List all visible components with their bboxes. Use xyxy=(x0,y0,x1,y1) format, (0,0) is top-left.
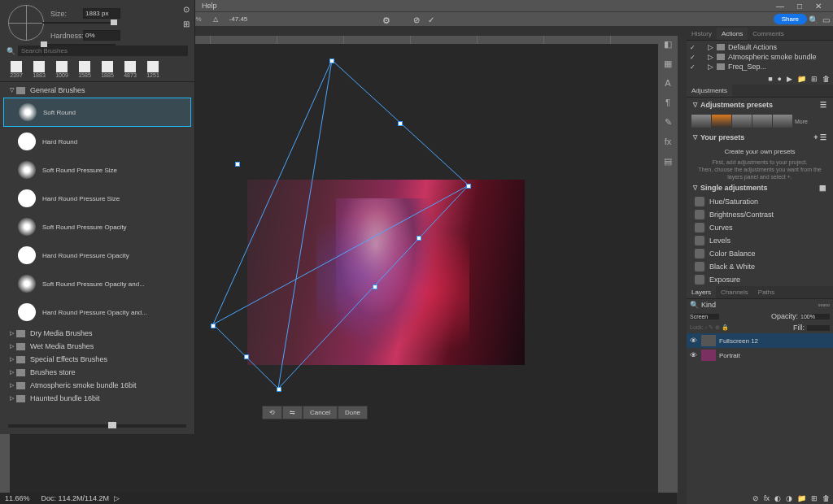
single-adj-header[interactable]: ▽Single adjustments▦ xyxy=(687,180,833,195)
share-button[interactable]: Share xyxy=(774,14,807,24)
folder-sfx[interactable]: ▷Special Effects Brushes xyxy=(3,353,191,366)
stop-icon[interactable]: ■ xyxy=(768,75,772,83)
recent-brush[interactable]: 1009 xyxy=(52,61,72,78)
document-image[interactable] xyxy=(247,180,525,365)
tab-paths[interactable]: Paths xyxy=(753,286,779,298)
status-zoom[interactable]: 11.66% xyxy=(5,494,30,502)
transform-handle[interactable] xyxy=(373,285,377,289)
adj-hue[interactable]: Hue/Saturation xyxy=(687,195,833,208)
done-button[interactable]: Done xyxy=(338,406,368,419)
swatches-icon[interactable]: ▦ xyxy=(662,59,674,70)
filter-kind[interactable]: Kind xyxy=(701,301,716,309)
hardness-slider[interactable] xyxy=(42,44,116,46)
action-row[interactable]: ✓▷Freq_Sep... xyxy=(687,62,833,72)
fill-input[interactable] xyxy=(807,325,830,331)
minimize-icon[interactable]: — xyxy=(776,2,784,11)
transform-handle[interactable] xyxy=(211,324,216,328)
paragraph-icon[interactable]: ¶ xyxy=(662,98,674,109)
patterns-icon[interactable]: ▤ xyxy=(662,156,674,167)
adj-levels[interactable]: Levels xyxy=(687,234,833,247)
warp-icon[interactable]: ⚙ xyxy=(382,15,390,26)
transform-handle[interactable] xyxy=(277,387,281,392)
size-input[interactable] xyxy=(83,8,120,19)
tab-adjustments[interactable]: Adjustments xyxy=(687,85,732,97)
character-icon[interactable]: A xyxy=(662,78,674,89)
recent-brush[interactable]: 4873 xyxy=(120,61,140,78)
panel-settings-icon[interactable]: ⊙ xyxy=(183,5,190,14)
trash-icon[interactable]: 🗑 xyxy=(822,75,830,83)
your-presets-header[interactable]: ▽Your presets+ ☰ xyxy=(687,130,833,145)
flip-button[interactable]: ⇋ xyxy=(282,406,303,419)
tab-actions[interactable]: Actions xyxy=(717,28,748,40)
preset-thumb[interactable] xyxy=(691,115,711,128)
tab-history[interactable]: History xyxy=(687,28,717,40)
brush-item[interactable]: Soft Round Pressure Opacity and... xyxy=(3,270,191,298)
status-doc[interactable]: Doc: 114.2M/114.2M xyxy=(41,494,110,502)
action-row[interactable]: ✓▷Default Actions xyxy=(687,42,833,52)
layer-row[interactable]: 👁 Fullscreen 12 xyxy=(687,333,833,348)
folder-haunted[interactable]: ▷Haunted bundle 16bit xyxy=(3,392,191,405)
folder-store[interactable]: ▷Brushes store xyxy=(3,366,191,379)
recent-brush[interactable]: 1585 xyxy=(75,61,94,78)
workspace-icon[interactable]: ▭ xyxy=(822,15,830,24)
group-icon[interactable]: 📁 xyxy=(797,494,806,502)
menu-help[interactable]: Help xyxy=(202,2,217,10)
cancel-button[interactable]: Cancel xyxy=(303,406,338,419)
list-icon[interactable]: ☰ xyxy=(820,101,826,109)
folder-wet[interactable]: ▷Wet Media Brushes xyxy=(3,340,191,353)
mask-icon[interactable]: ◐ xyxy=(774,494,781,502)
record-icon[interactable]: ● xyxy=(778,75,782,83)
trash-icon[interactable]: 🗑 xyxy=(822,494,830,502)
play-icon[interactable]: ▶ xyxy=(787,75,792,83)
tab-layers[interactable]: Layers xyxy=(687,286,716,298)
brush-hard-round[interactable]: Hard Round xyxy=(3,128,191,155)
visibility-icon[interactable]: 👁 xyxy=(690,337,698,345)
recent-brush[interactable]: 1251 xyxy=(143,61,163,78)
preset-thumb[interactable] xyxy=(712,115,731,128)
action-row[interactable]: ✓▷Atmospheric smoke bundle xyxy=(687,52,833,62)
transform-handle[interactable] xyxy=(466,184,471,189)
brush-item[interactable]: Hard Round Pressure Size xyxy=(3,185,191,212)
grid-icon[interactable]: ▦ xyxy=(819,184,826,192)
new-icon[interactable]: ⊞ xyxy=(811,75,818,83)
opacity-input[interactable] xyxy=(800,314,830,319)
recent-brush[interactable]: 2397 xyxy=(7,61,26,78)
color-icon[interactable]: ◧ xyxy=(662,39,674,50)
preset-thumb[interactable] xyxy=(732,115,752,128)
adj-curves[interactable]: Curves xyxy=(687,221,833,234)
brush-soft-round[interactable]: Soft Round xyxy=(3,98,191,127)
brush-item[interactable]: Soft Round Pressure Size xyxy=(3,156,191,184)
adj-brightness[interactable]: Brightness/Contrast xyxy=(687,208,833,221)
brush-item[interactable]: Hard Round Pressure Opacity and... xyxy=(3,298,191,326)
layer-row[interactable]: 👁 Portrait xyxy=(687,348,833,363)
hardness-input[interactable] xyxy=(83,30,120,41)
fx-icon[interactable]: fx xyxy=(764,494,770,502)
new-layer-icon[interactable]: ⊞ xyxy=(811,494,818,502)
reset-button[interactable]: ⟲ xyxy=(262,406,282,419)
folder-dry[interactable]: ▷Dry Media Brushes xyxy=(3,327,191,340)
transform-handle[interactable] xyxy=(329,59,334,63)
brushes-icon[interactable]: ✎ xyxy=(662,117,674,128)
transform-handle[interactable] xyxy=(235,162,240,167)
close-icon[interactable]: ✕ xyxy=(815,2,822,11)
recent-brush[interactable]: 1883 xyxy=(29,61,49,78)
commit-icon[interactable]: ✓ xyxy=(428,15,434,24)
add-icon[interactable]: + ☰ xyxy=(813,133,826,141)
folder-icon[interactable]: 📁 xyxy=(797,75,806,83)
brush-item[interactable]: Hard Round Pressure Opacity xyxy=(3,241,191,269)
brush-size-slider-bottom[interactable] xyxy=(8,424,186,428)
panel-new-icon[interactable]: ⊞ xyxy=(183,20,190,28)
transform-handle[interactable] xyxy=(416,236,421,241)
brush-item[interactable]: Soft Round Pressure Opacity xyxy=(3,213,191,241)
adj-exposure[interactable]: Exposure xyxy=(687,273,833,286)
rotation-value[interactable]: -47.45 xyxy=(229,15,248,23)
recent-brush[interactable]: 1885 xyxy=(98,61,117,78)
brush-angle-control[interactable] xyxy=(8,5,44,41)
preset-thumb[interactable] xyxy=(773,115,792,128)
cancel-icon[interactable]: ⊘ xyxy=(413,15,420,24)
transform-handle[interactable] xyxy=(398,121,403,126)
maximize-icon[interactable]: □ xyxy=(797,2,802,11)
folder-atmo[interactable]: ▷Atmospheric smoke bundle 16bit xyxy=(3,379,191,392)
adj-layer-icon[interactable]: ◑ xyxy=(786,494,792,502)
tab-comments[interactable]: Comments xyxy=(748,28,789,40)
